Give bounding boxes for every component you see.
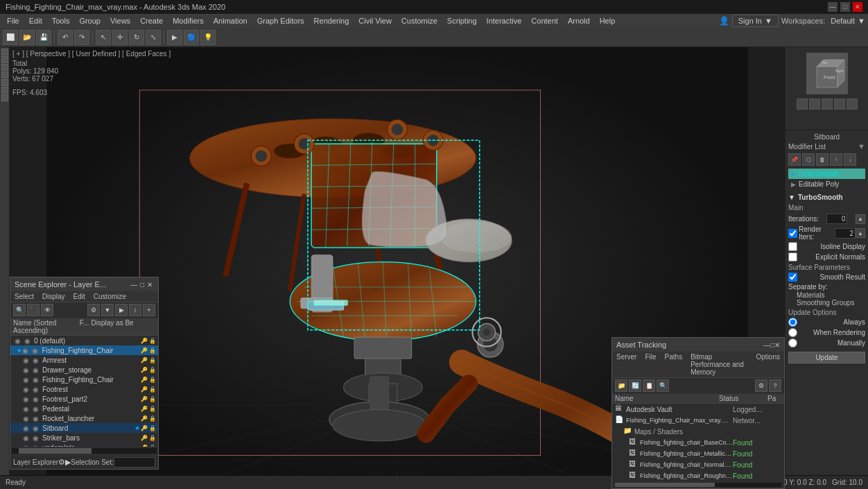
list-item[interactable]: ◉ ◉ Striker_bars 🔑 🔒 xyxy=(10,433,158,443)
left-tool-2[interactable] xyxy=(1,56,8,63)
se-find-button[interactable]: 🔍 xyxy=(13,304,26,316)
render-iters-up[interactable]: ▲ xyxy=(856,228,865,238)
left-tool-7[interactable] xyxy=(1,94,8,101)
se-scrollbar[interactable] xyxy=(12,448,157,454)
se-minimize-button[interactable]: — xyxy=(129,281,139,289)
se-menu-customize[interactable]: Customize xyxy=(89,291,130,302)
at-menu-paths[interactable]: Paths xyxy=(661,352,687,377)
selection-set-input[interactable] xyxy=(114,457,155,467)
list-item[interactable]: ◉ ◉ 0 (default) 🔑 🔒 xyxy=(10,336,158,345)
at-scrollbar[interactable] xyxy=(615,483,781,487)
material-button[interactable]: 🔵 xyxy=(184,30,199,45)
menu-edit[interactable]: Edit xyxy=(25,15,46,26)
menu-arnold[interactable]: Arnold xyxy=(564,15,594,26)
at-btn-1[interactable]: 📁 xyxy=(615,379,627,392)
list-item[interactable]: ◉ ◉ Footrest_part2 🔑 🔒 xyxy=(10,394,158,404)
at-list-item[interactable]: 🖼 Fishing_fighting_chair_Metallic.png Fo… xyxy=(612,448,784,459)
sign-in-button[interactable]: Sign In ▼ xyxy=(732,15,779,27)
menu-scripting[interactable]: Scripting xyxy=(443,15,481,26)
zoom-out-button[interactable] xyxy=(822,98,833,110)
open-button[interactable]: 📂 xyxy=(19,30,35,45)
at-btn-2[interactable]: 🔄 xyxy=(629,379,641,392)
render-button[interactable]: ▶ xyxy=(167,30,182,45)
move-modifier-down-button[interactable]: ↓ xyxy=(844,153,856,166)
menu-rendering[interactable]: Rendering xyxy=(310,15,354,26)
menu-group[interactable]: Group xyxy=(75,15,105,26)
move-modifier-up-button[interactable]: ↑ xyxy=(830,153,842,166)
left-tool-6[interactable] xyxy=(1,87,8,94)
se-menu-display[interactable]: Display xyxy=(38,291,69,302)
menu-help[interactable]: Help xyxy=(596,15,620,26)
render-iters-checkbox[interactable] xyxy=(788,229,797,238)
list-item[interactable]: ● ◉ ◉ Fishing_Fighting_Chair 🔑 🔒 xyxy=(10,345,158,355)
workspaces-dropdown-icon[interactable]: ▼ xyxy=(858,17,865,25)
se-add-button[interactable]: + xyxy=(143,304,155,316)
save-button[interactable]: 💾 xyxy=(36,30,51,45)
se-select-all-button[interactable]: ⬛ xyxy=(27,304,40,316)
zoom-extents-button[interactable] xyxy=(797,98,808,110)
undo-button[interactable]: ↶ xyxy=(58,30,73,45)
update-button[interactable]: Update xyxy=(788,352,865,363)
at-help-button[interactable]: ? xyxy=(769,379,781,392)
left-tool-4[interactable] xyxy=(1,71,8,78)
layer-explorer-icon[interactable]: ⚙ xyxy=(58,458,65,467)
se-display-button[interactable]: 👁 xyxy=(41,304,53,316)
list-item[interactable]: ◉ ◉ Drawer_storage 🔑 🔒 xyxy=(10,365,158,375)
always-radio[interactable] xyxy=(788,318,797,327)
zoom-in-button[interactable] xyxy=(809,98,820,110)
pin-modifier-button[interactable]: 📌 xyxy=(788,153,801,166)
at-menu-server[interactable]: Server xyxy=(612,352,641,377)
select-button[interactable]: ↖ xyxy=(96,30,111,45)
left-tool-1[interactable] xyxy=(1,49,8,55)
render-iters-input[interactable] xyxy=(835,228,856,239)
rotate-button[interactable]: ↻ xyxy=(129,30,144,45)
at-list-item[interactable]: 🖼 Fishing_fighting_chair_BaseColor.png F… xyxy=(612,437,784,448)
iterations-input[interactable] xyxy=(826,214,847,224)
menu-tools[interactable]: Tools xyxy=(48,15,74,26)
manually-radio[interactable] xyxy=(788,338,797,348)
menu-modifiers[interactable]: Modifiers xyxy=(168,15,208,26)
at-settings-button[interactable]: ⚙ xyxy=(755,379,767,392)
menu-file[interactable]: File xyxy=(3,15,24,26)
left-tool-5[interactable] xyxy=(1,79,8,86)
at-menu-options[interactable]: Options xyxy=(752,352,784,377)
redo-button[interactable]: ↷ xyxy=(74,30,89,45)
se-menu-edit[interactable]: Edit xyxy=(69,291,89,302)
modifier-dropdown-icon[interactable]: ▼ xyxy=(858,142,865,151)
list-item[interactable]: ◉ ◉ Armrest 🔑 🔒 xyxy=(10,355,158,365)
layer-explorer-expand[interactable]: ▶ xyxy=(65,458,71,467)
se-menu-select[interactable]: Select xyxy=(10,291,38,302)
modifier-editable-poly[interactable]: ▶ Editable Poly xyxy=(788,179,865,189)
at-list-item[interactable]: 🖼 Fishing_fighting_chair_Roughness.png F… xyxy=(612,470,784,481)
modifier-type-button[interactable]: ⬡ xyxy=(802,153,815,166)
menu-interactive[interactable]: Interactive xyxy=(483,15,526,26)
orbit-button[interactable] xyxy=(847,98,858,110)
se-restore-button[interactable]: □ xyxy=(139,281,146,289)
isoline-checkbox[interactable] xyxy=(788,242,797,251)
se-expand-button[interactable]: ▶ xyxy=(115,304,128,316)
left-tool-3[interactable] xyxy=(1,64,8,71)
minimize-button[interactable]: — xyxy=(828,2,837,12)
list-item[interactable]: ◉ ◉ Footrest 🔑 🔒 xyxy=(10,384,158,394)
at-btn-3[interactable]: 📋 xyxy=(643,379,655,392)
menu-content[interactable]: Content xyxy=(527,15,562,26)
smooth-result-checkbox[interactable] xyxy=(788,273,797,282)
at-btn-4[interactable]: 🔍 xyxy=(657,379,669,392)
when-rendering-radio[interactable] xyxy=(788,328,797,337)
nav-cube[interactable]: Front Right Top xyxy=(806,53,848,94)
lights-button[interactable]: 💡 xyxy=(200,30,216,45)
at-scrollbar-thumb[interactable] xyxy=(615,483,715,487)
menu-animation[interactable]: Animation xyxy=(209,15,252,26)
list-item[interactable]: ◉ ◉ Fishing_Fighting_Chair 🔑 🔒 xyxy=(10,375,158,384)
at-list-item[interactable]: 🖼 Fishing_fighting_chair_Normal.png Foun… xyxy=(612,459,784,470)
maximize-button[interactable]: □ xyxy=(840,2,850,12)
list-item[interactable]: ◉ ◉ Rocket_launcher 🔑 🔒 xyxy=(10,413,158,423)
list-item[interactable]: ◉ ◉ underplate 🔑 🔒 xyxy=(10,443,158,447)
menu-customize[interactable]: Customize xyxy=(397,15,442,26)
menu-graph-editors[interactable]: Graph Editors xyxy=(253,15,309,26)
close-button[interactable]: ✕ xyxy=(853,2,862,12)
at-minimize-button[interactable]: — xyxy=(763,341,770,349)
new-scene-button[interactable]: ⬜ xyxy=(3,30,18,45)
scale-button[interactable]: ⤡ xyxy=(146,30,161,45)
at-close-button[interactable]: ✕ xyxy=(774,341,780,349)
